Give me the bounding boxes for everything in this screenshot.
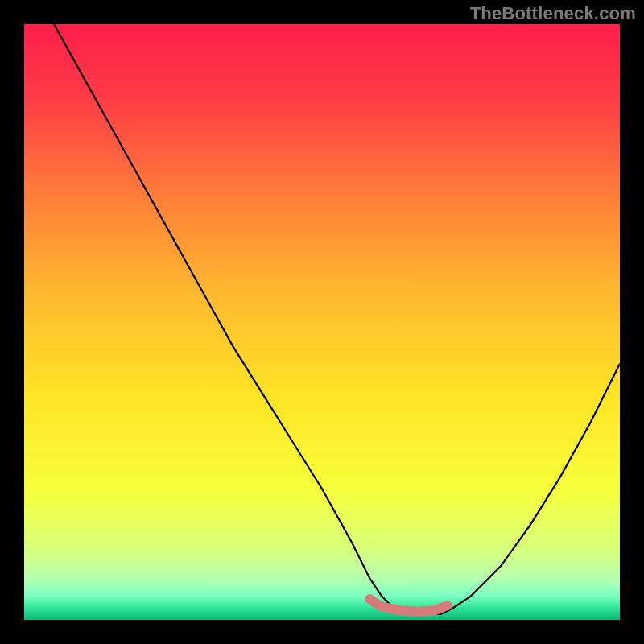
chart-frame: TheBottleneck.com xyxy=(0,0,644,644)
watermark-text: TheBottleneck.com xyxy=(470,3,636,24)
plot-area xyxy=(24,24,620,620)
curve-layer xyxy=(24,24,620,620)
flat-zone-end-dot xyxy=(442,601,452,610)
flat-zone-highlight xyxy=(369,599,447,612)
bottleneck-curve xyxy=(54,24,620,614)
